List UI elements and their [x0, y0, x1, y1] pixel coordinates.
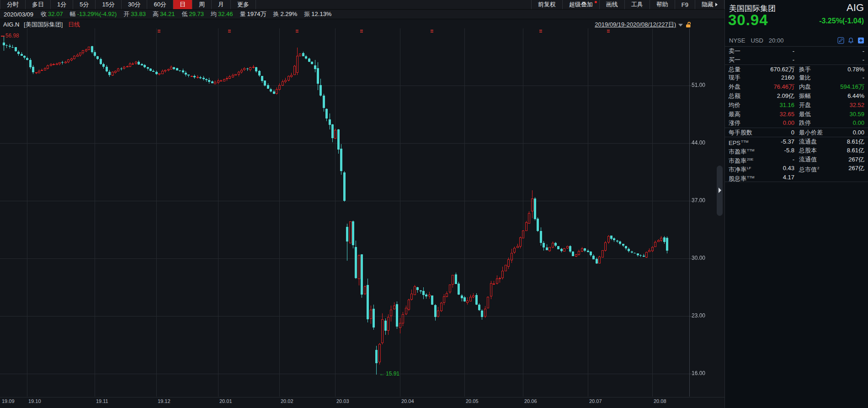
period-toolbar: 分时多日1分5分15分30分60分日周月更多 前复权超级叠加画线工具帮助F9隐藏 [0, 0, 724, 10]
stat-label: 流通盘 [794, 137, 827, 146]
stat-label: 涨停 [729, 118, 766, 128]
x-tick-label: 19.09 [2, 398, 15, 404]
stat-row: 市净率LF0.43总市值2267亿 [725, 164, 868, 173]
stat-label: 换手 [794, 65, 827, 74]
stat-value: 32.65 [766, 110, 794, 119]
currency-label: USD [751, 37, 763, 44]
period-tab-分时[interactable]: 分时 [0, 0, 26, 9]
menu-item-超级叠加[interactable]: 超级叠加 [563, 0, 600, 9]
stat-value [827, 173, 864, 182]
date-range-link[interactable]: 2019/09/19-2020/08/12(227日) [595, 21, 676, 29]
stat-label: 卖一 [729, 47, 766, 55]
stat-value: 6.44% [827, 91, 864, 101]
ohlc-label: 低 [181, 11, 187, 17]
period-tab-更多[interactable]: 更多 [231, 0, 256, 9]
ohlc-values: 收32.07幅-13.29%(-4.92)开33.83高34.21低29.73均… [41, 10, 338, 18]
x-tick-label: 20.01 [219, 398, 232, 404]
stat-label: 买一 [729, 55, 766, 64]
stat-row: EPSTTM-5.37流通盘8.61亿 [725, 137, 868, 146]
panel-collapse-handle[interactable] [717, 166, 723, 216]
candlestick-chart[interactable] [0, 28, 715, 397]
ohlc-label: 高 [153, 11, 159, 17]
stat-label: 总股本 [794, 146, 827, 155]
ohlc-pair: 开33.83 [123, 10, 146, 18]
y-tick-label: 16.00 [692, 370, 705, 376]
stat-label: 股息率TTM [729, 173, 766, 182]
stat-label: 现手 [729, 73, 766, 82]
chart-title-row: AIG.N [美国国际集团] 日线 2019/09/19-2020/08/12(… [0, 19, 724, 28]
y-tick-label: 44.00 [692, 140, 705, 146]
period-tab-多日[interactable]: 多日 [26, 0, 51, 9]
stat-value: 76.46万 [766, 82, 794, 91]
ohlc-value: 33.83 [131, 11, 146, 17]
stat-row: 总量670.62万换手0.78% [725, 64, 868, 74]
period-tab-1分[interactable]: 1分 [51, 0, 73, 9]
ohlc-info-bar: 2020/03/09 收32.07幅-13.29%(-4.92)开33.83高3… [0, 10, 724, 19]
stat-row: 市盈率TTM-5.8总股本8.61亿 [725, 146, 868, 155]
period-tab-60分[interactable]: 60分 [147, 0, 173, 9]
ohlc-label: 量 [240, 11, 246, 17]
pencil-icon[interactable] [837, 37, 844, 44]
period-tab-30分[interactable]: 30分 [122, 0, 147, 9]
stat-value: - [766, 55, 794, 64]
stat-value: 8.61亿 [827, 146, 864, 155]
stat-label: 量比 [794, 73, 827, 82]
stat-value: 594.16万 [827, 82, 864, 91]
period-tabs: 分时多日1分5分15分30分60分日周月更多 [0, 0, 256, 9]
range-low-label: ←15.91 [379, 370, 399, 377]
ohlc-pair: 均32.46 [211, 10, 233, 18]
menu-item-画线[interactable]: 画线 [600, 0, 625, 9]
ohlc-label: 换 [273, 11, 279, 17]
unlock-icon[interactable] [686, 21, 692, 28]
quote-panel: 美国国际集团 AIG 30.94 -3.25%(-1.04) NYSE USD … [724, 0, 868, 408]
range-high-label: 56.98 [5, 32, 19, 39]
ohlc-value: 12.13% [311, 11, 331, 17]
stat-value: 2160 [766, 73, 794, 82]
menu-item-前复权[interactable]: 前复权 [531, 0, 563, 9]
stat-row: 买一-- [725, 55, 868, 64]
stat-value: -5.37 [766, 137, 794, 146]
stat-row: 股息率TTM4.17 [725, 173, 868, 182]
stat-value: 8.61亿 [827, 137, 864, 146]
stat-value: 2.09亿 [766, 91, 794, 101]
stat-label: 市净率LF [729, 164, 766, 173]
stat-label: 市盈率20E [729, 155, 766, 164]
panel-collapse-strip [715, 28, 724, 397]
menu-item-F9[interactable]: F9 [675, 0, 695, 9]
period-tab-月[interactable]: 月 [212, 0, 231, 9]
x-axis-line [0, 397, 724, 397]
stat-label: 最高 [729, 110, 766, 119]
stat-label: 市盈率TTM [729, 146, 766, 155]
price-change: -3.25%(-1.04) [819, 17, 864, 25]
chevron-down-icon[interactable] [678, 24, 683, 27]
stat-label: EPSTTM [729, 137, 766, 146]
stat-value: 0.43 [766, 164, 794, 173]
menu-item-隐藏[interactable]: 隐藏 [695, 0, 724, 9]
chevron-right-icon [715, 3, 718, 6]
ohlc-pair: 量1974万 [240, 10, 266, 18]
stat-label: 均价 [729, 101, 766, 110]
stat-label: 总市值2 [794, 164, 827, 173]
menu-item-工具[interactable]: 工具 [625, 0, 650, 9]
stat-label: 最低 [794, 110, 827, 119]
period-tab-15分[interactable]: 15分 [96, 0, 121, 9]
bell-icon[interactable] [847, 37, 854, 44]
period-tab-5分[interactable]: 5分 [73, 0, 96, 9]
stat-row: 最高32.65最低30.59 [725, 110, 868, 119]
period-tab-日[interactable]: 日 [173, 0, 192, 9]
menu-item-帮助[interactable]: 帮助 [650, 0, 675, 9]
ohlc-pair: 振12.13% [304, 10, 331, 18]
stat-row: 每手股数0最小价差0.00 [725, 128, 868, 137]
stat-row: 涨停0.00跌停0.00 [725, 118, 868, 128]
quote-stats-table: 卖一--买一--总量670.62万换手0.78%现手2160量比-外盘76.46… [725, 46, 868, 182]
arrow-left-icon: ← [379, 370, 385, 377]
x-tick-label: 20.03 [336, 398, 349, 404]
ohlc-value: 29.73 [189, 11, 204, 17]
period-tab-周[interactable]: 周 [192, 0, 212, 9]
ohlc-value: 1974万 [247, 11, 266, 17]
stat-label [794, 173, 827, 182]
stat-value: 267亿 [827, 155, 864, 164]
stat-row: 卖一-- [725, 46, 868, 55]
y-tick-label: 51.00 [692, 82, 705, 88]
plus-icon[interactable] [857, 37, 864, 44]
